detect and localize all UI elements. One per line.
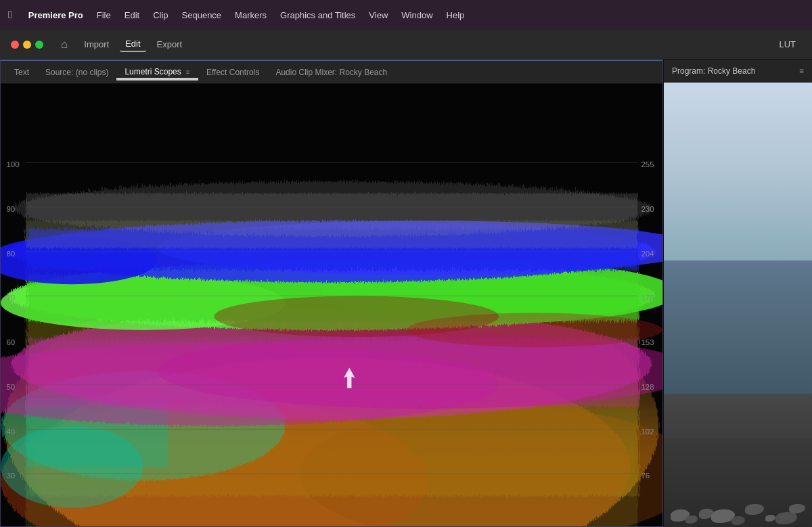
home-icon[interactable]: ⌂	[61, 38, 68, 51]
program-monitor-preview	[664, 83, 812, 527]
svg-text:40: 40	[6, 428, 15, 436]
export-button[interactable]: Export	[152, 37, 188, 51]
svg-point-25	[406, 313, 662, 348]
svg-text:178: 178	[641, 294, 654, 302]
menu-item-markers[interactable]: Markers	[228, 7, 273, 23]
svg-text:70: 70	[6, 294, 15, 302]
preview-water	[664, 260, 812, 394]
menu-bar:  Premiere Pro File Edit Clip Sequence M…	[0, 0, 812, 30]
import-button[interactable]: Import	[78, 37, 114, 51]
svg-text:50: 50	[6, 383, 15, 391]
maximize-button[interactable]	[35, 41, 43, 49]
lumetri-menu-icon[interactable]: ≡	[186, 68, 190, 76]
edit-button[interactable]: Edit	[120, 37, 145, 52]
apple-logo-icon: 	[8, 9, 12, 21]
svg-text:255: 255	[641, 161, 654, 169]
tab-source[interactable]: Source: (no clips)	[37, 65, 116, 80]
svg-text:102: 102	[641, 428, 654, 436]
main-content: Text Source: (no clips) Lumetri Scopes ≡…	[0, 60, 812, 527]
lut-button[interactable]: LUT	[773, 37, 801, 51]
svg-text:80: 80	[6, 250, 15, 258]
svg-text:204: 204	[641, 250, 654, 258]
tab-lumetri-scopes[interactable]: Lumetri Scopes ≡	[116, 64, 198, 81]
svg-text:230: 230	[641, 205, 654, 213]
svg-rect-13	[26, 337, 637, 405]
menu-item-clip[interactable]: Clip	[146, 7, 175, 23]
menu-item-edit[interactable]: Edit	[118, 7, 146, 23]
minimize-button[interactable]	[23, 41, 31, 49]
program-monitor-header: Program: Rocky Beach ≡	[664, 60, 812, 83]
svg-text:128: 128	[641, 383, 654, 391]
scope-display: 100 90 80 70 60 50 40 30 255 230 204 178…	[1, 84, 662, 526]
svg-text:90: 90	[6, 205, 15, 213]
program-monitor-title: Program: Rocky Beach	[672, 66, 755, 76]
svg-text:100: 100	[6, 161, 19, 169]
tab-effect-controls[interactable]: Effect Controls	[198, 65, 267, 80]
svg-text:76: 76	[641, 472, 650, 480]
program-monitor-menu-icon[interactable]: ≡	[799, 66, 804, 76]
panel-tabs: Text Source: (no clips) Lumetri Scopes ≡…	[1, 61, 662, 84]
preview-sky	[664, 83, 812, 260]
menu-item-view[interactable]: View	[362, 7, 394, 23]
traffic-lights	[11, 41, 43, 49]
right-panel: Program: Rocky Beach ≡	[663, 60, 812, 527]
menu-item-graphics[interactable]: Graphics and Titles	[273, 7, 362, 23]
tab-audio-clip-mixer[interactable]: Audio Clip Mixer: Rocky Beach	[267, 65, 395, 80]
svg-text:153: 153	[641, 338, 654, 346]
menu-item-app-name[interactable]: Premiere Pro	[22, 7, 90, 23]
close-button[interactable]	[11, 41, 19, 49]
menu-item-help[interactable]: Help	[440, 7, 472, 23]
toolbar: ⌂ Import Edit Export LUT	[0, 30, 812, 60]
left-panel: Text Source: (no clips) Lumetri Scopes ≡…	[0, 60, 663, 527]
lumetri-scope-canvas: 100 90 80 70 60 50 40 30 255 230 204 178…	[1, 84, 662, 526]
menu-item-sequence[interactable]: Sequence	[175, 7, 229, 23]
svg-text:30: 30	[6, 472, 15, 480]
svg-text:60: 60	[6, 338, 15, 346]
menu-item-file[interactable]: File	[90, 7, 118, 23]
menu-item-window[interactable]: Window	[394, 7, 439, 23]
tab-text[interactable]: Text	[6, 65, 37, 80]
